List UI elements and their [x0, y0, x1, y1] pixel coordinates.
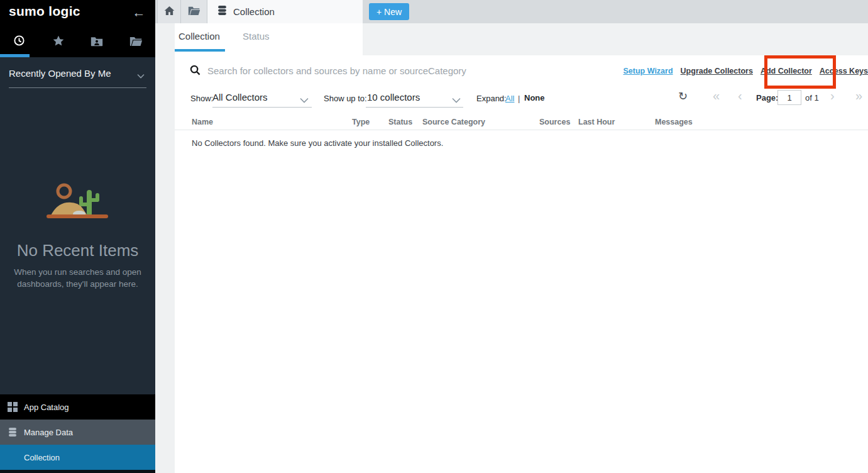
top-tab-strip: Collection + New — [155, 0, 868, 23]
tab-collection[interactable]: Collection — [207, 0, 363, 23]
column-header-last-hour[interactable]: Last Hour — [578, 118, 615, 126]
no-recent-items-title: No Recent Items — [0, 241, 155, 260]
sidebar-item-label: Manage Data — [24, 428, 73, 437]
desert-illustration — [0, 182, 155, 225]
open-folder-icon — [129, 35, 143, 49]
expand-label: Expand: — [476, 94, 507, 103]
upgrade-collectors-link[interactable]: Upgrade Collectors — [681, 67, 753, 75]
show-dropdown-underline — [212, 107, 312, 108]
sidebar-tab-favorites[interactable] — [39, 26, 78, 57]
sidebar-item-label: App Catalog — [24, 403, 69, 412]
active-tab-indicator — [0, 54, 30, 57]
recent-items-dropdown-label: Recently Opened By Me — [9, 68, 111, 79]
no-recent-items-subtitle: When you run searches and open dashboard… — [0, 266, 155, 290]
sumo-logic-logo: sumo logic — [9, 4, 80, 19]
search-input[interactable] — [207, 62, 559, 79]
column-header-messages[interactable]: Messages — [655, 118, 693, 126]
star-icon — [52, 35, 65, 50]
show-up-to-dropdown[interactable]: 10 collectors — [367, 92, 420, 103]
subtab-status[interactable]: Status — [243, 31, 270, 42]
sidebar-tab-library[interactable] — [116, 26, 155, 57]
open-folder-icon — [188, 5, 201, 18]
first-page-icon[interactable]: « — [713, 89, 720, 103]
refresh-icon[interactable]: ↻ — [678, 89, 688, 103]
show-up-to-dropdown-underline — [366, 107, 463, 108]
column-header-name[interactable]: Name — [192, 118, 213, 126]
collapse-sidebar-button[interactable]: ← — [131, 5, 146, 20]
setup-wizard-link[interactable]: Setup Wizard — [624, 67, 673, 75]
sumo-logic-app: sumo logic ← — [0, 0, 868, 473]
sidebar-tab-personal-library[interactable] — [78, 26, 117, 57]
chevron-down-icon — [136, 70, 145, 81]
grid-icon — [8, 402, 18, 414]
next-page-icon[interactable]: › — [830, 89, 835, 103]
expand-separator: | — [518, 94, 520, 103]
home-button[interactable] — [157, 0, 181, 23]
search-icon — [190, 65, 201, 78]
empty-collectors-message: No Collectors found. Make sure you activ… — [192, 138, 443, 148]
sidebar-item-manage-data[interactable]: Manage Data — [0, 420, 155, 445]
expand-none-link[interactable]: None — [524, 93, 545, 103]
collectors-table-header: Name Type Status Source Category Sources… — [175, 115, 868, 130]
column-header-sources[interactable]: Sources — [539, 118, 570, 126]
main-panel: Collection Status Setup Wizard Upgrade C… — [175, 23, 868, 473]
subtab-background-band — [363, 23, 868, 55]
chevron-down-icon[interactable] — [299, 95, 309, 106]
previous-page-icon[interactable]: ‹ — [738, 89, 742, 103]
column-header-status[interactable]: Status — [388, 118, 412, 126]
database-icon — [217, 5, 228, 18]
subtab-collection[interactable]: Collection — [179, 31, 220, 42]
chevron-down-icon[interactable] — [451, 95, 461, 106]
recent-items-dropdown[interactable]: Recently Opened By Me — [9, 68, 146, 88]
page-label: Page: — [756, 93, 778, 103]
last-page-icon[interactable]: » — [855, 89, 862, 103]
home-icon — [164, 6, 175, 18]
sidebar-bottom-nav: App Catalog Manage Data Collection — [0, 394, 155, 473]
active-subtab-indicator — [175, 49, 225, 52]
column-header-source-category[interactable]: Source Category — [422, 118, 485, 126]
sidebar-icon-nav — [0, 26, 155, 57]
sidebar: sumo logic ← — [0, 0, 155, 473]
show-dropdown[interactable]: All Collectors — [212, 92, 268, 103]
expand-all-link[interactable]: All — [505, 94, 514, 103]
sidebar-item-app-catalog[interactable]: App Catalog — [0, 394, 155, 420]
sidebar-item-label: Collection — [24, 453, 60, 462]
database-icon — [8, 427, 18, 439]
clock-icon — [13, 35, 25, 49]
column-header-type[interactable]: Type — [352, 118, 370, 126]
library-button[interactable] — [181, 0, 207, 23]
content-gutter — [155, 23, 175, 473]
sidebar-tab-recents[interactable] — [0, 26, 39, 57]
arrow-left-icon: ← — [133, 5, 146, 19]
page-count-label: of 1 — [805, 93, 819, 103]
show-up-to-label: Show up to: — [324, 94, 367, 103]
show-label: Show: — [190, 94, 213, 103]
page-input[interactable] — [777, 90, 801, 105]
personal-folder-icon — [91, 35, 103, 49]
new-button[interactable]: + New — [369, 3, 409, 20]
sidebar-item-collection[interactable]: Collection — [0, 445, 155, 470]
tab-collection-label: Collection — [233, 6, 275, 17]
sidebar-nav-filler — [0, 470, 155, 473]
sidebar-header: sumo logic ← — [0, 0, 155, 57]
add-collector-link[interactable]: Add Collector — [761, 67, 812, 75]
access-keys-link[interactable]: Access Keys — [820, 67, 868, 75]
quick-links: Setup Wizard Upgrade Collectors Add Coll… — [624, 67, 868, 75]
